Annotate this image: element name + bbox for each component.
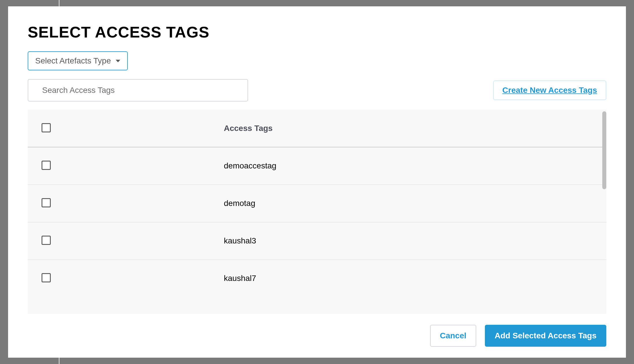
access-tags-table: Access Tags demoaccestag demotag kau bbox=[28, 110, 606, 297]
cancel-button[interactable]: Cancel bbox=[430, 325, 476, 347]
select-access-tags-modal: SELECT ACCESS TAGS Select Artefacts Type… bbox=[8, 6, 626, 358]
access-tag-name: kaushal3 bbox=[224, 222, 606, 260]
row-checkbox[interactable] bbox=[42, 161, 51, 170]
select-all-checkbox[interactable] bbox=[42, 123, 51, 132]
artefacts-type-label: Select Artefacts Type bbox=[35, 56, 111, 65]
modal-title: SELECT ACCESS TAGS bbox=[28, 23, 606, 41]
table-row: demoaccestag bbox=[28, 147, 606, 185]
scrollbar[interactable] bbox=[602, 111, 606, 189]
caret-down-icon bbox=[116, 60, 120, 62]
access-tag-name: demotag bbox=[224, 185, 606, 222]
modal-footer: Cancel Add Selected Access Tags bbox=[28, 314, 606, 347]
table-row: demotag bbox=[28, 185, 606, 222]
row-checkbox[interactable] bbox=[42, 198, 51, 207]
controls-row: Create New Access Tags bbox=[28, 79, 606, 102]
row-checkbox[interactable] bbox=[42, 273, 51, 282]
column-header-access-tags: Access Tags bbox=[224, 110, 606, 147]
table-row: kaushal7 bbox=[28, 260, 606, 297]
create-new-access-tags-link[interactable]: Create New Access Tags bbox=[493, 80, 606, 100]
access-tag-name: kaushal7 bbox=[224, 260, 606, 297]
access-tag-name: demoaccestag bbox=[224, 147, 606, 185]
add-selected-access-tags-button[interactable]: Add Selected Access Tags bbox=[485, 325, 606, 347]
table-header-row: Access Tags bbox=[28, 110, 606, 147]
artefacts-type-dropdown[interactable]: Select Artefacts Type bbox=[28, 51, 128, 70]
access-tags-table-wrap: Access Tags demoaccestag demotag kau bbox=[28, 110, 606, 314]
search-input[interactable] bbox=[28, 79, 248, 102]
row-checkbox[interactable] bbox=[42, 236, 51, 245]
table-row: kaushal3 bbox=[28, 222, 606, 260]
